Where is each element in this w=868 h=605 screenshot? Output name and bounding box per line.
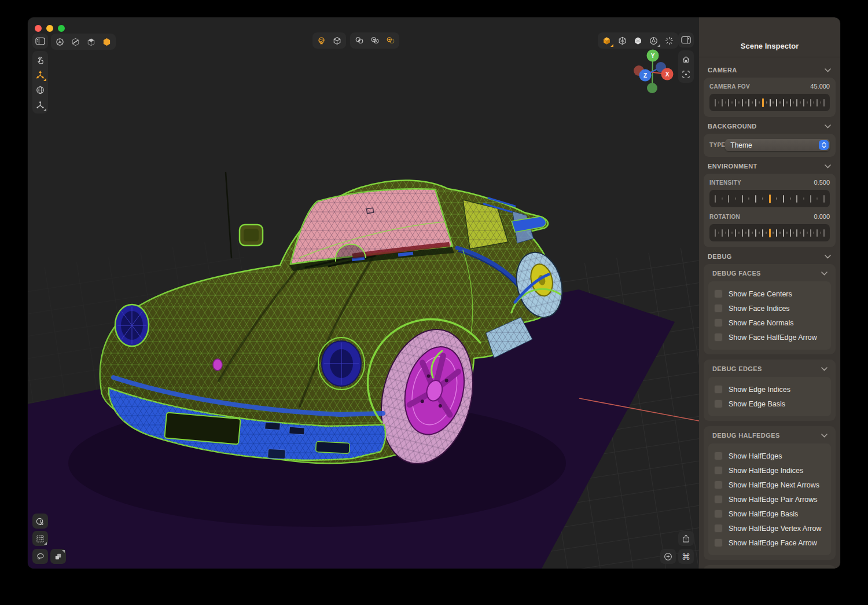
zoom-button[interactable] [58,25,65,32]
globe-button[interactable] [314,33,329,48]
touch-pointer-button[interactable] [33,52,47,67]
debug-checkbox-row[interactable]: Show HalfEdges [714,449,825,463]
slider-tick [813,101,814,104]
checkbox-label: Show Edge Basis [729,400,785,408]
checkbox[interactable] [714,466,723,475]
overlap-active-button[interactable] [382,33,398,48]
scale-tool-button[interactable] [33,97,47,112]
vertex-select-button[interactable] [52,34,68,49]
slider-tick [759,232,760,234]
checkbox-label: Show HalfEdge Next Arrows [729,481,819,489]
move-tool-button[interactable] [33,67,47,82]
wireframe-sphere-button[interactable] [615,33,630,48]
slider-tick [738,101,740,104]
panel-content[interactable]: CAMERA CAMERA FOV 45.000 BACKGROUND TYPE… [699,57,840,569]
rotation-slider[interactable] [709,224,830,241]
slider-tick [800,101,801,104]
slider-tick [742,229,743,237]
effects-sparkle-button[interactable] [661,33,677,48]
checkbox[interactable] [714,318,723,327]
viewport-3d[interactable]: Y Z X [28,17,699,569]
camera-section-label: CAMERA [708,67,737,74]
orbit-tool-button[interactable] [33,82,47,97]
minimize-button[interactable] [46,25,53,32]
home-button[interactable] [679,52,693,67]
duplicate-button[interactable] [50,549,66,564]
background-section-header[interactable]: BACKGROUND [708,123,831,130]
debug-checkbox-row[interactable]: Show Edge Basis [714,397,825,411]
debug-checkbox-row[interactable]: Show HalfEdge Face Arrow [714,536,825,550]
intensity-slider[interactable] [709,190,830,207]
debug-checkbox-row[interactable]: Show HalfEdge Indices [714,463,825,478]
object-select-button[interactable] [99,34,115,49]
debug-checkbox-row[interactable]: Show HalfEdge Vertex Arrow [714,521,825,536]
slider-tick [803,229,804,237]
orientation-gizmo[interactable]: Y Z X [632,49,676,96]
focus-button[interactable] [679,67,693,82]
shaded-cube-button[interactable] [599,33,615,48]
debug-group-header[interactable]: DEBUG HALFEDGES [708,430,831,443]
debug-checkbox-row[interactable]: Show Face Centers [714,287,825,301]
debug-checkbox-row[interactable]: Show Face Indices [714,301,825,316]
touch-gesture-icon [36,517,45,526]
overlap-dots-button[interactable] [367,33,382,48]
debug-checkbox-row[interactable]: Show Edge Indices [714,382,825,397]
environment-section-header[interactable]: ENVIRONMENT [708,163,831,170]
debug-checkbox-row[interactable]: Show HalfEdge Basis [714,507,825,521]
debug-group-header[interactable]: DEBUG FACES [708,268,831,281]
checkbox[interactable] [714,495,723,504]
grid-snap-button[interactable] [32,531,48,546]
cube-button[interactable] [329,33,345,48]
checkbox[interactable] [714,538,723,547]
checkbox[interactable] [714,304,723,313]
overlap-circles-button[interactable] [351,33,367,48]
axis-neg-y[interactable] [647,83,657,93]
background-type-select[interactable]: Theme [725,139,830,151]
debug-checkbox-row[interactable]: Show HalfEdge Pair Arrows [714,492,825,507]
edge-select-button[interactable] [68,34,83,49]
slider-tick [748,197,749,200]
slider-tick [725,101,726,104]
lasso-button[interactable] [32,549,48,564]
checkbox[interactable] [714,509,723,518]
zoom-add-button[interactable] [660,549,676,564]
slider-tick [773,232,774,234]
debug-checkbox-row[interactable]: Show Face HalfEdge Arrow [714,330,825,344]
slider-tick [790,197,791,200]
popup-stepper-icon [819,140,829,150]
chevron-down-icon [821,367,827,371]
panel-titlebar: Scene Inspector [699,17,840,57]
debug-section-header[interactable]: DEBUG [708,253,831,260]
debug-checkbox-list: Show Edge IndicesShow Edge Basis [708,377,831,416]
debug-group-header[interactable]: DEBUG EDGES [708,364,831,377]
slider-tick [796,229,797,237]
slider-tick [742,195,743,203]
solid-sphere-button[interactable] [630,33,646,48]
close-button[interactable] [35,25,42,32]
slider-tick [776,229,777,237]
camera-fov-slider[interactable] [709,94,830,111]
debug-checkbox-row[interactable]: Show Face Normals [714,316,825,330]
checkbox[interactable] [714,289,723,298]
debug-checkbox-row[interactable]: Show HalfEdge Next Arrows [714,478,825,492]
select-mode-group [51,34,116,50]
scene-canvas[interactable] [28,17,699,569]
checkbox[interactable] [714,399,723,408]
touch-gesture-button[interactable] [32,514,48,529]
checkbox[interactable] [714,385,723,394]
camera-section-header[interactable]: CAMERA [708,67,831,74]
debug-groups: DEBUG FACESShow Face CentersShow Face In… [699,264,840,569]
share-button[interactable] [678,531,694,546]
rendered-sphere-button[interactable] [646,33,661,48]
face-select-button[interactable] [83,34,99,49]
checkbox[interactable] [714,452,723,460]
edge-select-icon [71,38,80,46]
checkbox[interactable] [714,333,723,342]
checkbox[interactable] [714,481,723,489]
slider-tick [810,195,811,203]
command-button[interactable]: ⌘ [678,549,694,564]
inspector-toggle-button[interactable] [678,32,694,47]
checkbox[interactable] [714,524,723,533]
sidebar-toggle-button[interactable] [32,34,48,49]
car-hood-emblem [213,359,222,371]
